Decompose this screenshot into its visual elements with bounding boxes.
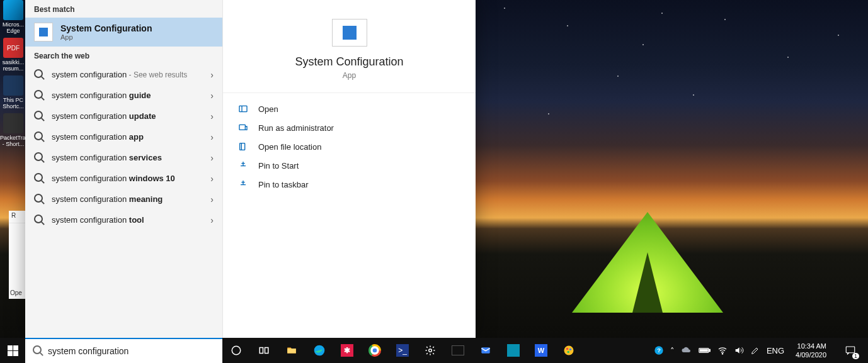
- svg-text:?: ?: [657, 347, 661, 354]
- action-run-admin[interactable]: Run as administrator: [223, 118, 476, 137]
- action-label: Run as administrator: [258, 123, 334, 133]
- chevron-right-icon: ›: [210, 153, 214, 163]
- web-result-text: system configuration meaning: [52, 194, 163, 204]
- folder-icon: [238, 142, 248, 152]
- web-result[interactable]: system configuration update›: [25, 106, 222, 126]
- search-icon: [34, 194, 43, 204]
- desktop-icon-label: sasikki... resum...: [0, 59, 26, 72]
- web-result-text: system configuration windows 10: [52, 174, 175, 183]
- web-result[interactable]: system configuration meaning›: [25, 189, 222, 209]
- paint-button[interactable]: [555, 338, 583, 363]
- desktop-icon-packettracer[interactable]: PacketTra... - Short...: [0, 113, 26, 147]
- desktop-icon-pdf[interactable]: PDF sasikki... resum...: [0, 38, 26, 72]
- svg-point-14: [564, 346, 574, 355]
- run-open-label: Ope: [10, 289, 22, 296]
- svg-rect-21: [709, 349, 711, 351]
- app-button-teal[interactable]: [500, 338, 527, 363]
- svg-rect-0: [239, 106, 247, 111]
- best-match-header: Best match: [25, 0, 222, 18]
- search-icon: [34, 90, 43, 101]
- help-icon[interactable]: ?: [654, 345, 664, 355]
- web-result[interactable]: system configuration windows 10›: [25, 168, 222, 189]
- svg-point-23: [722, 354, 722, 354]
- search-icon: [34, 215, 43, 225]
- web-result[interactable]: system configuration guide›: [25, 85, 222, 106]
- taskbar-clock[interactable]: 10:34 AM 4/09/2020: [791, 342, 831, 359]
- web-result[interactable]: system configuration services›: [25, 147, 222, 168]
- web-result-text: system configuration services: [52, 153, 162, 162]
- desktop-icon-label: PacketTra... - Short...: [0, 135, 26, 147]
- app-button-red[interactable]: ✱: [333, 338, 361, 363]
- battery-icon[interactable]: [699, 347, 711, 354]
- cmd-button[interactable]: [444, 338, 472, 363]
- chevron-right-icon: ›: [210, 91, 214, 101]
- search-input[interactable]: [48, 346, 215, 356]
- pen-icon[interactable]: [750, 345, 760, 355]
- desktop-icon-edge[interactable]: Micros... Edge: [0, 0, 26, 34]
- task-view-button[interactable]: [250, 338, 278, 363]
- pin-taskbar-icon: [238, 179, 248, 189]
- web-result-text: system configuration app: [52, 132, 144, 142]
- onedrive-icon[interactable]: [681, 347, 692, 354]
- svg-point-11: [373, 349, 377, 353]
- chevron-right-icon: ›: [210, 174, 214, 184]
- svg-point-16: [569, 349, 571, 350]
- web-result[interactable]: system configuration tool›: [25, 209, 222, 230]
- msconfig-large-icon: [332, 19, 367, 47]
- svg-rect-1: [239, 125, 245, 130]
- clock-time: 10:34 AM: [796, 342, 826, 350]
- svg-rect-4: [260, 348, 263, 354]
- tray-expand-icon[interactable]: ˄: [670, 346, 675, 355]
- msconfig-icon: [34, 23, 53, 42]
- notification-badge: 1: [852, 353, 859, 359]
- best-match-result[interactable]: System Configuration App: [25, 18, 222, 47]
- windows-logo-icon: [8, 345, 18, 356]
- powershell-button[interactable]: >_: [389, 338, 416, 363]
- system-tray: ? ˄ ENG 10:34 AM 4/09/2020 1: [649, 338, 868, 363]
- web-result-text: system configuration tool: [52, 215, 144, 225]
- open-icon: [238, 104, 248, 114]
- action-open[interactable]: Open: [223, 99, 476, 118]
- action-center-button[interactable]: 1: [838, 338, 863, 363]
- admin-shield-icon: [238, 123, 248, 133]
- run-header: R: [11, 212, 16, 219]
- cortana-button[interactable]: [222, 338, 250, 363]
- web-result[interactable]: system configuration - See web results›: [25, 64, 222, 85]
- web-result-text: system configuration - See web results: [52, 70, 187, 79]
- wifi-icon[interactable]: [717, 345, 728, 355]
- action-pin-start[interactable]: Pin to Start: [223, 156, 476, 175]
- desktop-icon-label: Micros... Edge: [0, 21, 26, 34]
- start-search-panel: Best match System Configuration App Sear…: [25, 0, 476, 338]
- search-icon: [34, 173, 43, 184]
- desktop-icon-thispc[interactable]: This PC Shortc...: [0, 75, 26, 109]
- chevron-right-icon: ›: [210, 194, 214, 204]
- svg-rect-22: [700, 349, 707, 351]
- word-button[interactable]: W: [527, 338, 555, 363]
- action-open-file-location[interactable]: Open file location: [223, 137, 476, 156]
- action-pin-taskbar[interactable]: Pin to taskbar: [223, 175, 476, 194]
- mail-button[interactable]: [472, 338, 500, 363]
- chevron-right-icon: ›: [210, 111, 214, 121]
- taskbar-search-box[interactable]: [25, 338, 222, 363]
- settings-button[interactable]: [416, 338, 444, 363]
- language-indicator[interactable]: ENG: [767, 346, 784, 355]
- clock-date: 4/09/2020: [796, 350, 826, 359]
- chrome-button[interactable]: [361, 338, 389, 363]
- svg-rect-5: [265, 348, 268, 354]
- desktop-icon-label: This PC Shortc...: [0, 97, 26, 109]
- svg-point-15: [566, 348, 568, 350]
- volume-icon[interactable]: [734, 345, 744, 355]
- svg-point-12: [429, 349, 432, 352]
- search-results-list: Best match System Configuration App Sear…: [25, 0, 222, 338]
- best-match-subtitle: App: [60, 33, 152, 41]
- svg-point-17: [568, 351, 569, 353]
- action-label: Open file location: [258, 142, 321, 152]
- edge-button[interactable]: [306, 338, 333, 363]
- search-web-header: Search the web: [25, 47, 222, 64]
- file-explorer-button[interactable]: [278, 338, 306, 363]
- search-detail-pane: System Configuration App Open Run as adm…: [222, 0, 476, 338]
- web-result[interactable]: system configuration app›: [25, 126, 222, 147]
- wallpaper-tent: [553, 212, 742, 313]
- start-button[interactable]: [0, 338, 25, 363]
- svg-rect-24: [846, 347, 855, 353]
